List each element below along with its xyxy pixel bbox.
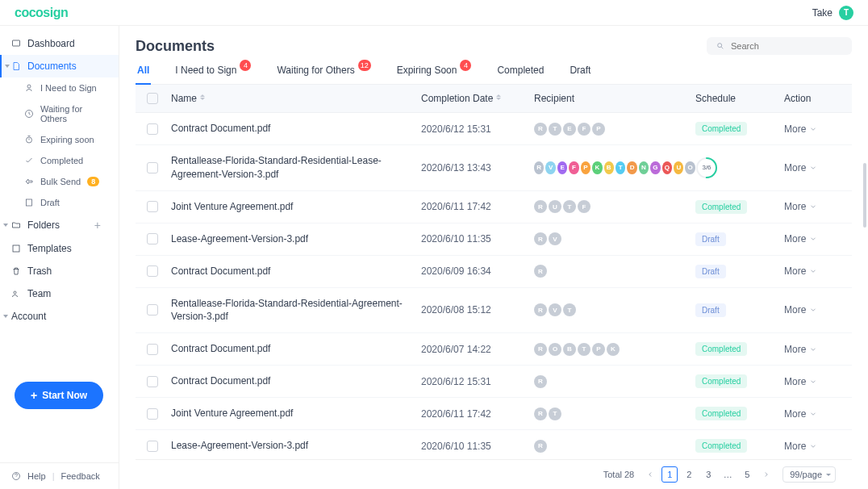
table-row[interactable]: Lease-Agreement-Version-3.pdf 2020/6/10 … (136, 224, 852, 256)
more-action[interactable]: More (784, 376, 841, 387)
help-link[interactable]: Help (27, 471, 46, 481)
sidebar-item-dashboard[interactable]: Dashboard (0, 32, 119, 55)
sidebar-item-trash[interactable]: Trash (0, 260, 119, 282)
row-checkbox[interactable] (147, 376, 158, 387)
row-checkbox[interactable] (147, 408, 158, 420)
tab[interactable]: Draft (568, 65, 592, 84)
status-badge: Completed (695, 122, 747, 136)
schedule-cell: Draft (695, 303, 784, 317)
chevron-down-icon (809, 378, 817, 386)
sub-icon (24, 177, 34, 186)
table-row[interactable]: Contract Document.pdf 2020/6/09 16:34 R … (136, 256, 852, 288)
more-action[interactable]: More (784, 344, 841, 355)
row-checkbox[interactable] (147, 265, 158, 277)
recipient-avatar: R (534, 408, 547, 420)
column-recipient: Recipient (534, 93, 695, 104)
pager-page[interactable]: 2 (681, 466, 697, 483)
recipients: RVEFPKBTDNGQUO (534, 161, 695, 174)
sidebar-sub-item[interactable]: Expiring soon (0, 129, 119, 150)
schedule-cell: Completed (695, 122, 784, 136)
row-checkbox[interactable] (147, 123, 158, 135)
status-badge: Completed (695, 407, 747, 420)
document-name: Rentallease-Florida-Standard-Residential… (171, 297, 421, 324)
row-checkbox[interactable] (147, 201, 158, 212)
page-size-select[interactable]: 99/page (782, 466, 836, 483)
sidebar-sub-item[interactable]: I Need to Sign (0, 77, 119, 98)
sidebar-sub-item[interactable]: Completed (0, 150, 119, 171)
table-row[interactable]: Joint Venture Agreement.pdf 2020/6/11 17… (136, 191, 852, 224)
more-action[interactable]: More (784, 162, 841, 173)
tab[interactable]: All (136, 65, 151, 84)
table-row[interactable]: Contract Document.pdf 2020/6/12 15:31 RT… (136, 113, 852, 145)
sidebar-item-templates[interactable]: Templates (0, 237, 119, 260)
document-name: Rentallease-Florida-Standard-Residential… (171, 154, 421, 182)
table-row[interactable]: Contract Document.pdf 2020/6/07 14:22 RO… (136, 333, 852, 366)
recipient-avatar: V (545, 161, 555, 174)
sidebar-item-account[interactable]: Account (0, 305, 119, 328)
recipient-avatar: K (607, 343, 620, 356)
pager-page[interactable]: 1 (661, 466, 678, 483)
row-checkbox[interactable] (147, 304, 158, 316)
sidebar-item-folders[interactable]: Folders + (0, 213, 119, 237)
more-action[interactable]: More (784, 201, 841, 212)
svg-point-1 (27, 85, 31, 88)
sidebar-sub-item[interactable]: Waiting for Others (0, 98, 119, 129)
document-icon (11, 61, 21, 71)
more-action[interactable]: More (784, 408, 841, 420)
more-action[interactable]: More (784, 265, 841, 277)
table-row[interactable]: Lease-Agreement-Version-3.pdf 2020/6/10 … (136, 430, 852, 459)
completion-date: 2020/6/09 16:34 (421, 265, 534, 277)
feedback-link[interactable]: Feedback (61, 471, 99, 481)
recipient-avatar: P (592, 343, 605, 356)
recipient-avatar: O (549, 343, 561, 356)
pager-page[interactable]: 5 (739, 466, 755, 483)
pagination-footer: Total 28 123…5 99/page (136, 459, 852, 489)
pager-next[interactable] (758, 466, 774, 483)
tab[interactable]: I Need to Sign4 (173, 65, 252, 84)
search-box[interactable] (707, 37, 852, 55)
tab[interactable]: Expiring Soon4 (395, 65, 474, 84)
recipient-avatar: R (534, 343, 547, 356)
pager-prev[interactable] (642, 466, 658, 483)
dashboard-icon (11, 39, 21, 48)
table-row[interactable]: Rentallease-Florida-Standard-Residential… (136, 145, 852, 191)
row-checkbox[interactable] (147, 344, 158, 355)
more-action[interactable]: More (784, 441, 841, 452)
add-folder-icon[interactable]: + (94, 219, 101, 232)
sidebar-sub-item[interactable]: Bulk Send8 (0, 171, 119, 192)
row-checkbox[interactable] (147, 162, 158, 173)
select-all-checkbox[interactable] (147, 93, 158, 104)
recipient-avatar: K (592, 161, 602, 174)
recipients: R (534, 265, 695, 278)
sidebar-item-team[interactable]: Team (0, 282, 119, 305)
brand-logo[interactable]: cocosign (15, 6, 68, 20)
status-badge: Completed (695, 342, 747, 356)
tab[interactable]: Waiting for Others12 (275, 65, 372, 84)
table-row[interactable]: Rentallease-Florida-Standard-Residential… (136, 288, 852, 334)
document-name: Joint Venture Agreement.pdf (171, 200, 421, 214)
sidebar-item-documents[interactable]: Documents (0, 55, 119, 77)
sidebar-sub-item[interactable]: Draft (0, 192, 119, 213)
column-name[interactable]: Name (171, 93, 421, 104)
tab[interactable]: Completed (495, 65, 545, 84)
more-action[interactable]: More (784, 304, 841, 316)
recipient-avatar: F (578, 123, 590, 136)
row-checkbox[interactable] (147, 233, 158, 245)
more-action[interactable]: More (784, 123, 841, 135)
pager-page[interactable]: 3 (700, 466, 716, 483)
table-row[interactable]: Contract Document.pdf 2020/6/12 15:31 R … (136, 366, 852, 398)
table-row[interactable]: Joint Venture Agreement.pdf 2020/6/11 17… (136, 398, 852, 430)
total-count: Total 28 (603, 470, 635, 479)
search-icon (716, 41, 724, 51)
chevron-down-icon (809, 125, 817, 133)
row-checkbox[interactable] (147, 441, 158, 452)
search-input[interactable] (731, 41, 842, 51)
more-action[interactable]: More (784, 233, 841, 245)
column-date[interactable]: Completion Date (421, 93, 534, 104)
start-now-button[interactable]: Start Now (15, 382, 103, 409)
pager-page[interactable]: … (720, 466, 736, 483)
scrollbar[interactable] (863, 163, 866, 228)
user-menu[interactable]: Take T (812, 6, 853, 20)
recipient-avatar: F (569, 161, 578, 174)
sort-icon (200, 94, 207, 102)
